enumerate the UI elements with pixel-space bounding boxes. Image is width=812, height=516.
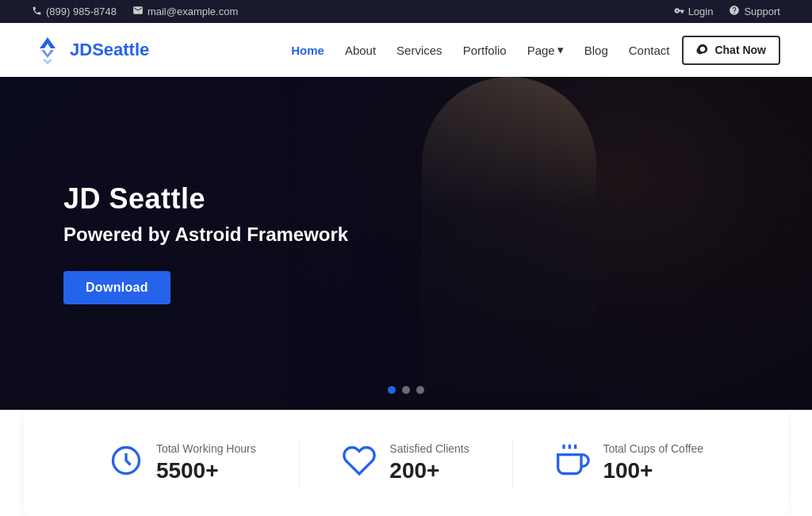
page-chevron-icon: ▾ <box>557 43 564 57</box>
nav-portfolio[interactable]: Portfolio <box>455 39 515 62</box>
support-label: Support <box>744 6 780 17</box>
login-label: Login <box>688 6 714 17</box>
dot-3[interactable] <box>416 386 424 394</box>
logo-text: JDSeattle <box>70 40 149 60</box>
top-bar-left: (899) 985-8748 mail@example.com <box>32 5 238 18</box>
stats-section: Total Working Hours 5500+ Satisfied Clie… <box>24 410 788 515</box>
email-address: mail@example.com <box>147 6 238 17</box>
heart-icon <box>342 443 377 483</box>
hero-subtitle: Powered by Astroid Framework <box>63 224 348 246</box>
header: JDSeattle Home About Services Portfolio … <box>0 23 812 77</box>
top-bar: (899) 985-8748 mail@example.com Login Su… <box>0 0 812 23</box>
stat-working-hours: Total Working Hours 5500+ <box>109 442 256 484</box>
clients-label: Satisfied Clients <box>389 442 469 455</box>
hero-section: JD Seattle Powered by Astroid Framework … <box>0 77 812 410</box>
logo-name: Seattle <box>92 40 149 59</box>
nav-contact[interactable]: Contact <box>621 39 678 62</box>
working-hours-label: Total Working Hours <box>156 442 256 455</box>
chat-now-label: Chat Now <box>714 44 766 56</box>
hero-dots <box>388 386 424 394</box>
hero-title: JD Seattle <box>63 182 348 216</box>
support-icon <box>729 5 740 18</box>
nav-page[interactable]: Page ▾ <box>519 38 572 62</box>
nav-services[interactable]: Services <box>389 39 450 62</box>
nav-home[interactable]: Home <box>283 39 332 62</box>
clock-icon <box>109 443 144 483</box>
main-nav: Home About Services Portfolio Page ▾ Blo… <box>283 36 780 65</box>
download-button[interactable]: Download <box>63 271 170 304</box>
key-icon <box>674 6 684 18</box>
nav-blog[interactable]: Blog <box>576 39 616 62</box>
chat-now-button[interactable]: Chat Now <box>682 36 780 65</box>
divider-2 <box>512 439 513 487</box>
stat-clients: Satisfied Clients 200+ <box>342 442 469 484</box>
dot-1[interactable] <box>388 386 396 394</box>
working-hours-value: 5500+ <box>156 458 256 484</box>
divider-1 <box>299 439 300 487</box>
coffee-icon <box>555 443 590 483</box>
logo[interactable]: JDSeattle <box>32 34 149 66</box>
clients-value: 200+ <box>389 458 469 484</box>
hero-content: JD Seattle Powered by Astroid Framework … <box>0 182 412 304</box>
nav-about[interactable]: About <box>337 39 384 62</box>
logo-jd: JD <box>70 40 92 59</box>
dot-2[interactable] <box>402 386 410 394</box>
phone-number: (899) 985-8748 <box>46 6 117 17</box>
logo-icon <box>32 34 63 66</box>
coffee-label: Total Cups of Coffee <box>603 442 703 455</box>
support-link[interactable]: Support <box>729 5 780 18</box>
stat-coffee: Total Cups of Coffee 100+ <box>555 442 703 484</box>
coffee-value: 100+ <box>603 458 703 484</box>
mail-icon <box>132 5 144 18</box>
skype-icon <box>696 43 709 58</box>
email-link[interactable]: mail@example.com <box>132 5 238 18</box>
phone-link[interactable]: (899) 985-8748 <box>32 6 117 18</box>
login-link[interactable]: Login <box>674 6 714 18</box>
top-bar-right: Login Support <box>674 5 780 18</box>
phone-icon <box>32 6 42 18</box>
